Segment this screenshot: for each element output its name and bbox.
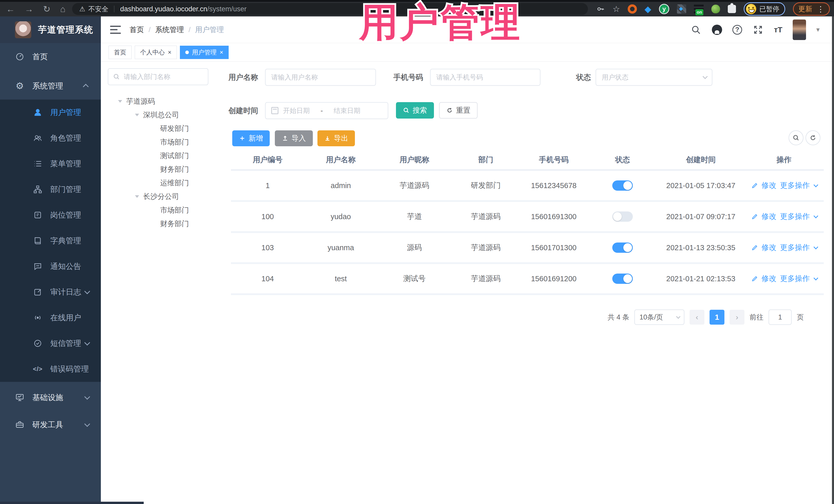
page-content: 请输入部门名称 芋道源码 深圳总公司 研发部门 市场部门 测试部门 财务部门 运…: [101, 62, 834, 504]
tree-expand-icon[interactable]: [135, 114, 139, 116]
tree-node[interactable]: 市场部门: [108, 135, 211, 149]
date-range-input[interactable]: 开始日期 - 结束日期: [265, 102, 388, 119]
sidebar-item-infrastructure[interactable]: 基础设施: [0, 384, 101, 411]
edit-link[interactable]: 修改: [762, 273, 776, 284]
extension-y-icon[interactable]: [659, 4, 669, 14]
edit-link[interactable]: 修改: [762, 180, 776, 191]
export-button[interactable]: 导出: [317, 130, 355, 146]
browser-update-button[interactable]: 更新: [793, 2, 830, 16]
key-icon[interactable]: [596, 5, 605, 13]
sidebar-item-dev-tools[interactable]: 研发工具: [0, 411, 101, 438]
tree-node[interactable]: 深圳总公司: [108, 108, 211, 122]
extension-squares-icon[interactable]: [677, 4, 686, 14]
cell-user-id: 1: [231, 181, 304, 190]
github-icon[interactable]: [712, 25, 722, 35]
status-select[interactable]: 用户状态: [596, 69, 712, 86]
dept-search-input[interactable]: 请输入部门名称: [108, 68, 208, 85]
sidebar-item-dept-mgmt[interactable]: 部门管理: [0, 177, 101, 202]
status-toggle[interactable]: [612, 273, 633, 284]
date-end-placeholder: 结束日期: [334, 106, 360, 115]
browser-back-button[interactable]: [6, 4, 15, 14]
sidebar-item-home[interactable]: 首页: [0, 43, 101, 70]
chevron-down-icon: [813, 276, 818, 280]
browser-forward-button[interactable]: [25, 4, 34, 14]
close-icon[interactable]: [220, 49, 223, 56]
tree-node[interactable]: 市场部门: [108, 203, 211, 217]
browser-menu-icon[interactable]: [817, 5, 825, 14]
sidebar-item-post-mgmt[interactable]: 岗位管理: [0, 202, 101, 228]
status-toggle[interactable]: [612, 180, 633, 191]
username-input[interactable]: 请输入用户名称: [265, 69, 376, 86]
sidebar-item-menu-mgmt[interactable]: 菜单管理: [0, 151, 101, 177]
prev-page-button[interactable]: ‹: [689, 310, 704, 325]
tree-node[interactable]: 财务部门: [108, 217, 211, 231]
fullscreen-icon[interactable]: [752, 24, 764, 36]
refresh-table-button[interactable]: [806, 130, 820, 145]
extension-gem-icon[interactable]: [644, 4, 651, 14]
more-actions-link[interactable]: 更多操作: [780, 212, 810, 222]
sidebar-item-audit-log[interactable]: 审计日志: [0, 279, 101, 305]
tab-profile[interactable]: 个人中心: [135, 46, 177, 59]
status-toggle[interactable]: [612, 242, 633, 253]
sidebar-item-online-users[interactable]: 在线用户: [0, 305, 101, 330]
avatar-dropdown-caret[interactable]: [816, 26, 820, 34]
tree-node[interactable]: 测试部门: [108, 149, 211, 162]
sidebar-item-system[interactable]: 系统管理: [0, 72, 101, 100]
tree-node[interactable]: 运维部门: [108, 176, 211, 190]
extension-ubuntu-icon[interactable]: [628, 4, 637, 14]
toggle-search-button[interactable]: [789, 130, 804, 145]
goto-page-input[interactable]: 1: [769, 309, 792, 325]
page-size-select[interactable]: 10条/页: [634, 309, 684, 325]
username-placeholder: 请输入用户名称: [271, 73, 318, 82]
address-bar[interactable]: 不安全 dashboard.yudao.iocoder.cn /system/u…: [72, 3, 588, 15]
page-size-value: 10条/页: [639, 312, 663, 322]
font-size-icon[interactable]: [774, 25, 783, 34]
breadcrumb-home[interactable]: 首页: [130, 25, 144, 35]
created-label: 创建时间: [228, 102, 258, 119]
sidebar-item-errcode-mgmt[interactable]: 错误码管理: [0, 356, 101, 382]
add-button[interactable]: 新增: [232, 130, 270, 146]
more-actions-link[interactable]: 更多操作: [780, 180, 810, 191]
tree-expand-icon[interactable]: [135, 195, 139, 198]
mobile-placeholder: 请输入手机号码: [436, 73, 483, 82]
page-1-button[interactable]: 1: [709, 310, 724, 325]
tab-home[interactable]: 首页: [109, 46, 132, 59]
more-actions-link[interactable]: 更多操作: [780, 273, 810, 284]
sidebar-item-dict-mgmt[interactable]: 字典管理: [0, 228, 101, 254]
edit-link[interactable]: 修改: [762, 242, 776, 253]
bookmark-star-icon[interactable]: [613, 4, 620, 14]
extension-spy-icon[interactable]: [711, 5, 720, 13]
import-button[interactable]: 导入: [275, 130, 313, 146]
tree-node[interactable]: 芋道源码: [108, 94, 211, 108]
sidebar-item-user-mgmt[interactable]: 用户管理: [0, 100, 101, 125]
tree-node[interactable]: 长沙分公司: [108, 190, 211, 203]
sidebar-item-role-mgmt[interactable]: 角色管理: [0, 125, 101, 151]
browser-home-button[interactable]: [60, 4, 66, 14]
help-icon[interactable]: [732, 25, 742, 35]
header-search-icon[interactable]: [690, 24, 702, 36]
sidebar-item-notice[interactable]: 通知公告: [0, 254, 101, 279]
system-submenu: 用户管理 角色管理 菜单管理 部门管理: [0, 100, 101, 382]
close-icon[interactable]: [168, 49, 171, 56]
tree-node[interactable]: 财务部门: [108, 162, 211, 176]
chevron-down-icon: [703, 74, 708, 79]
status-toggle[interactable]: [612, 212, 633, 222]
mobile-input[interactable]: 请输入手机号码: [430, 69, 541, 86]
user-avatar[interactable]: [793, 20, 806, 40]
tab-user-mgmt[interactable]: 用户管理: [180, 46, 229, 59]
edit-link[interactable]: 修改: [762, 212, 776, 222]
browser-reload-button[interactable]: [43, 4, 50, 14]
next-page-button[interactable]: ›: [729, 310, 744, 325]
sidebar-item-sms-mgmt[interactable]: 短信管理: [0, 330, 101, 356]
more-actions-link[interactable]: 更多操作: [780, 242, 810, 253]
sidebar-collapse-icon[interactable]: [110, 26, 121, 34]
browser-profile-chip[interactable]: 已暂停: [744, 2, 785, 16]
chevron-down-icon: [84, 421, 90, 427]
tree-expand-icon[interactable]: [118, 100, 122, 103]
tree-node[interactable]: 研发部门: [108, 122, 211, 135]
search-button[interactable]: 搜索: [396, 102, 434, 118]
extensions-puzzle-icon[interactable]: [728, 5, 736, 13]
reset-button[interactable]: 重置: [439, 102, 478, 118]
extension-list-icon[interactable]: on: [694, 5, 704, 13]
breadcrumb-system[interactable]: 系统管理: [155, 25, 184, 35]
